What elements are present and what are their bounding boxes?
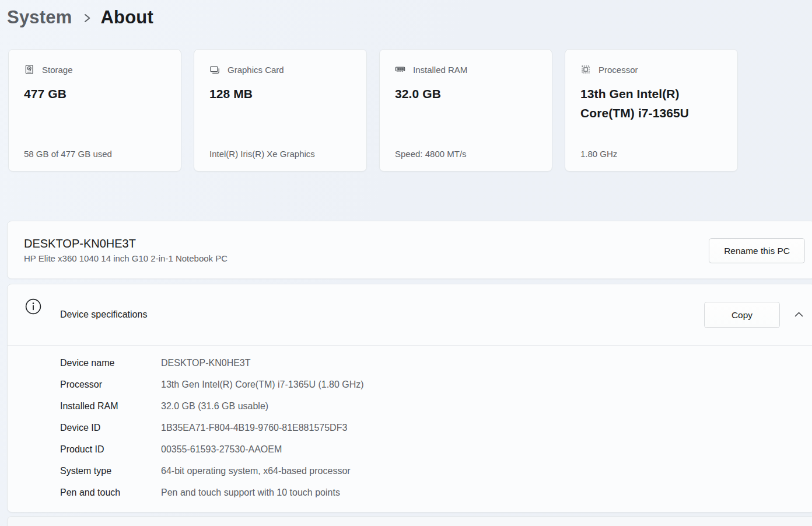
spec-label: Processor xyxy=(60,379,161,390)
gpu-icon xyxy=(209,64,220,75)
table-row: System type 64-bit operating system, x64… xyxy=(8,460,812,482)
breadcrumb: System About xyxy=(7,2,153,33)
card-label: Installed RAM xyxy=(413,65,467,75)
card-value: 128 MB xyxy=(209,84,351,103)
spec-value: DESKTOP-KN0HE3T xyxy=(161,358,251,368)
device-name: DESKTOP-KN0HE3T xyxy=(24,237,812,250)
chevron-right-icon xyxy=(83,12,91,25)
spec-value: 64-bit operating system, x64-based proce… xyxy=(161,466,351,476)
ram-icon xyxy=(395,64,405,75)
card-value: 32.0 GB xyxy=(395,84,537,103)
table-row: Installed RAM 32.0 GB (31.6 GB usable) xyxy=(8,395,812,417)
table-row: Processor 13th Gen Intel(R) Core(TM) i7-… xyxy=(8,374,812,395)
spec-label: Installed RAM xyxy=(60,401,161,412)
spec-value: 32.0 GB (31.6 GB usable) xyxy=(161,401,268,412)
card-label: Graphics Card xyxy=(228,65,284,75)
card-label: Processor xyxy=(598,65,638,75)
installed-ram-card: Installed RAM 32.0 GB Speed: 4800 MT/s xyxy=(379,49,552,172)
table-row: Device ID 1B35EA71-F804-4B19-9760-81E881… xyxy=(8,417,812,438)
info-icon xyxy=(25,298,41,315)
card-detail: Intel(R) Iris(R) Xe Graphics xyxy=(209,149,351,159)
storage-card: Storage 477 GB 58 GB of 477 GB used xyxy=(8,49,181,172)
graphics-card-card: Graphics Card 128 MB Intel(R) Iris(R) Xe… xyxy=(194,49,367,172)
rename-pc-button[interactable]: Rename this PC xyxy=(709,238,805,263)
card-detail: 58 GB of 477 GB used xyxy=(24,149,166,159)
table-row: Product ID 00355-61593-27530-AAOEM xyxy=(8,438,812,460)
card-detail: Speed: 4800 MT/s xyxy=(395,149,537,159)
summary-cards-row: Storage 477 GB 58 GB of 477 GB used Grap… xyxy=(8,49,738,172)
device-model: HP Elite x360 1040 14 inch G10 2-in-1 No… xyxy=(24,253,812,263)
processor-card: Processor 13th Gen Intel(R) Core(TM) i7-… xyxy=(565,49,738,172)
table-row: Device name DESKTOP-KN0HE3T xyxy=(8,352,812,374)
spec-label: System type xyxy=(60,466,161,476)
card-value: 13th Gen Intel(R) Core(TM) i7-1365U xyxy=(580,84,722,123)
device-name-card: DESKTOP-KN0HE3T HP Elite x360 1040 14 in… xyxy=(7,221,812,279)
device-specifications-header[interactable]: Device specifications Copy xyxy=(8,284,812,345)
next-section-card-partial[interactable] xyxy=(7,516,812,526)
expander-title: Device specifications xyxy=(60,284,147,345)
spec-label: Product ID xyxy=(60,444,161,455)
device-specifications-expander: Device specifications Copy Device name D… xyxy=(7,284,812,513)
card-value: 477 GB xyxy=(24,84,166,103)
card-label: Storage xyxy=(42,65,73,75)
page-title: About xyxy=(101,7,154,28)
spec-label: Device ID xyxy=(60,423,161,433)
spec-value: 13th Gen Intel(R) Core(TM) i7-1365U (1.8… xyxy=(161,379,364,390)
table-row: Pen and touch Pen and touch support with… xyxy=(8,482,812,503)
spec-label: Pen and touch xyxy=(60,487,161,498)
chevron-up-icon[interactable] xyxy=(794,311,804,319)
breadcrumb-system-link[interactable]: System xyxy=(7,7,72,28)
card-detail: 1.80 GHz xyxy=(580,149,722,159)
processor-icon xyxy=(580,64,591,75)
spec-value: Pen and touch support with 10 touch poin… xyxy=(161,487,340,498)
spec-value: 1B35EA71-F804-4B19-9760-81E881575DF3 xyxy=(161,423,347,433)
device-specifications-table: Device name DESKTOP-KN0HE3T Processor 13… xyxy=(8,345,812,503)
copy-button[interactable]: Copy xyxy=(704,302,780,328)
spec-value: 00355-61593-27530-AAOEM xyxy=(161,444,282,455)
spec-label: Device name xyxy=(60,358,161,368)
storage-icon xyxy=(24,64,34,75)
